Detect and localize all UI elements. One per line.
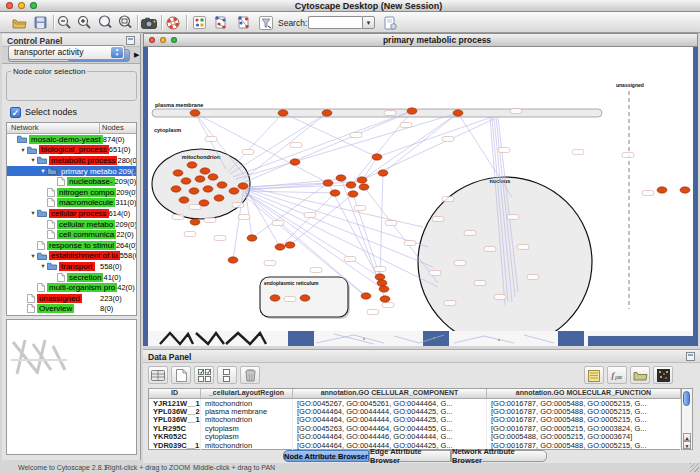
tree-row[interactable]: ▼ cell communica 22(0): [7, 229, 136, 240]
network-node[interactable]: [173, 170, 183, 176]
network-window-titlebar[interactable]: primary metabolic process: [143, 33, 698, 47]
network-node[interactable]: [453, 110, 463, 116]
expander-triangle-icon[interactable]: ▼: [19, 147, 27, 153]
network-node[interactable]: [278, 110, 288, 116]
tab-edge-attribute-browser[interactable]: Edge Attribute Browser: [369, 450, 451, 462]
tree-row[interactable]: ▼ Overview 8(0): [7, 304, 136, 315]
function-builder-button[interactable]: f₁ₒₓ: [607, 366, 627, 384]
network-node[interactable]: [407, 108, 417, 114]
tree-row[interactable]: ▼ cellular metabo 209(0): [7, 219, 136, 230]
zoom-in-button[interactable]: [75, 14, 93, 31]
expander-triangle-icon[interactable]: ▼: [29, 157, 37, 163]
zoom-fit-button[interactable]: [116, 14, 134, 31]
zoom-selected-button[interactable]: [96, 14, 114, 31]
network-node[interactable]: [680, 187, 690, 193]
expander-triangle-icon[interactable]: ▼: [29, 210, 37, 216]
attribute-matrix-button[interactable]: [653, 366, 673, 384]
tree-row[interactable]: ▼ metabolic process 280(0): [7, 155, 136, 166]
modify-network-button[interactable]: [234, 14, 252, 31]
network-node[interactable]: [187, 162, 197, 168]
delete-attribute-button[interactable]: [240, 366, 260, 384]
network-node[interactable]: [346, 182, 356, 188]
tree-row[interactable]: ▼ biological_process 651(0): [7, 145, 136, 156]
column-header-molecular-function[interactable]: annotation.GO MOLECULAR_FUNCTION: [487, 389, 681, 398]
select-nodes-checkbox[interactable]: ✓: [10, 107, 21, 118]
network-node[interactable]: [217, 182, 227, 188]
window-resize-grip-icon[interactable]: [693, 338, 698, 346]
network-node[interactable]: [372, 154, 382, 160]
network-node[interactable]: [323, 180, 333, 186]
network-node[interactable]: [359, 184, 369, 190]
network-node[interactable]: [300, 295, 310, 301]
network-node[interactable]: [190, 110, 200, 116]
expander-triangle-icon[interactable]: ▼: [39, 168, 47, 174]
network-node[interactable]: [380, 296, 390, 302]
help-button[interactable]: [164, 14, 182, 31]
network-node[interactable]: [285, 242, 295, 248]
network-node[interactable]: [375, 274, 385, 280]
network-node[interactable]: [179, 197, 189, 203]
new-attribute-button[interactable]: [171, 366, 191, 384]
scroll-up-button[interactable]: ▲: [683, 433, 691, 441]
network-node[interactable]: [270, 295, 280, 301]
minimize-window-button[interactable]: [18, 2, 25, 9]
network-node[interactable]: [379, 286, 389, 292]
tree-row[interactable]: ▼ nucleobase- 209(0): [7, 176, 136, 187]
search-settings-button[interactable]: [381, 14, 399, 31]
network-node[interactable]: [200, 168, 210, 174]
float-panel-icon[interactable]: [126, 36, 135, 45]
network-node[interactable]: [189, 188, 199, 194]
open-file-button[interactable]: [10, 14, 28, 31]
expander-triangle-icon[interactable]: ▼: [39, 263, 47, 269]
network-node[interactable]: [378, 170, 388, 176]
tree-row[interactable]: ▼ cellular process 614(0): [7, 208, 136, 219]
zoom-out-button[interactable]: [55, 14, 73, 31]
float-panel-icon[interactable]: [686, 352, 695, 361]
notepad-button[interactable]: [584, 366, 604, 384]
scrollbar-thumb[interactable]: [683, 391, 690, 406]
snapshot-button[interactable]: [140, 14, 158, 31]
network-node[interactable]: [228, 257, 238, 263]
network-node[interactable]: [275, 244, 285, 250]
more-tabs-arrow-icon[interactable]: ▶: [134, 51, 139, 59]
zoom-window-button[interactable]: [30, 2, 37, 9]
network-node[interactable]: [171, 186, 181, 192]
network-node[interactable]: [238, 183, 248, 189]
tree-row[interactable]: ▼ transport 558(0): [7, 261, 136, 272]
network-node[interactable]: [247, 235, 257, 241]
birdseye-view-panel[interactable]: [6, 319, 137, 455]
tree-row[interactable]: ▼ macromolecule 311(0): [7, 198, 136, 209]
column-header-cellular-component[interactable]: annotation.GO CELLULAR_COMPONENT: [293, 389, 487, 398]
network-node[interactable]: [203, 186, 213, 192]
close-window-button[interactable]: [6, 2, 13, 9]
tree-row[interactable]: ▼ primary metabo 209(...: [7, 166, 136, 177]
attribute-table-button[interactable]: [148, 366, 168, 384]
network-node[interactable]: [190, 219, 200, 225]
tree-row[interactable]: ▼ establishment of lo 558(0): [7, 251, 136, 262]
network-node[interactable]: [208, 174, 218, 180]
expander-triangle-icon[interactable]: ▼: [29, 253, 37, 259]
network-node[interactable]: [229, 188, 239, 194]
network-node[interactable]: [195, 176, 205, 182]
import-network-button[interactable]: [211, 14, 229, 31]
table-scrollbar[interactable]: ▲ ▼: [682, 388, 693, 450]
tree-row[interactable]: ▼ unassigned 223(0): [7, 293, 136, 304]
tree-row[interactable]: ▼ secretion 41(0): [7, 272, 136, 283]
network-node[interactable]: [357, 177, 367, 183]
tree-row[interactable]: ▼ mosaic-demo-yeast 874(0): [7, 134, 136, 145]
network-canvas[interactable]: plasma membrane cytoplasm mitochondrion …: [148, 47, 693, 331]
network-node[interactable]: [348, 191, 358, 197]
network-zoom-button[interactable]: [171, 37, 177, 43]
filter-button[interactable]: [257, 14, 275, 31]
tree-row[interactable]: ▼ multi-organism pro 42(0): [7, 282, 136, 293]
network-node[interactable]: [181, 178, 191, 184]
network-node[interactable]: [336, 175, 346, 181]
search-input[interactable]: [308, 16, 362, 29]
network-node[interactable]: [377, 280, 387, 286]
column-header-region[interactable]: _cellularLayoutRegion: [201, 389, 293, 398]
annotation-button[interactable]: [190, 14, 208, 31]
network-node[interactable]: [199, 200, 209, 206]
network-node[interactable]: [361, 293, 371, 299]
network-node[interactable]: [657, 187, 667, 193]
tab-network-attribute-browser[interactable]: Network Attribute Browser: [451, 450, 547, 462]
